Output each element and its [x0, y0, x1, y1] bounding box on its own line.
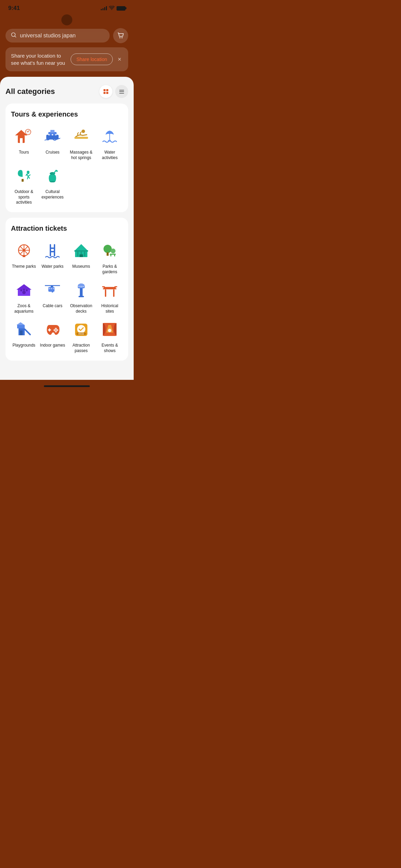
cable-cars-icon — [41, 279, 63, 301]
svg-point-48 — [20, 289, 22, 291]
massages-icon — [70, 125, 92, 147]
theme-parks-label: Theme parks — [12, 264, 36, 269]
svg-rect-66 — [103, 288, 117, 289]
svg-rect-28 — [23, 255, 25, 257]
list-view-button[interactable] — [115, 85, 128, 98]
zoos-icon — [13, 279, 35, 301]
historical-sites-icon — [99, 279, 121, 301]
svg-point-78 — [53, 329, 56, 331]
category-water-parks[interactable]: Water parks — [40, 239, 66, 275]
svg-rect-29 — [50, 244, 51, 256]
search-bar[interactable]: universal studios japan — [5, 29, 110, 43]
svg-rect-31 — [50, 248, 55, 249]
svg-rect-41 — [107, 252, 109, 256]
parks-gardens-label: Parks & gardens — [97, 264, 123, 275]
svg-rect-15 — [74, 137, 88, 139]
category-museums[interactable]: Museums — [68, 239, 94, 275]
attraction-section: Attraction tickets — [5, 218, 128, 361]
status-bar: 9:41 — [0, 0, 134, 14]
status-icons — [101, 5, 125, 11]
historical-sites-label: Historical sites — [97, 303, 123, 314]
svg-point-12 — [52, 134, 53, 135]
search-input-text: universal studios japan — [20, 33, 104, 39]
main-content: All categories Tours & experiences — [0, 77, 134, 380]
svg-point-18 — [27, 171, 29, 173]
category-zoos[interactable]: Zoos & aquariums — [11, 279, 37, 314]
category-indoor-games[interactable]: Indoor games — [40, 318, 66, 353]
massages-label: Massages & hot springs — [68, 150, 94, 160]
cart-button[interactable] — [113, 28, 128, 43]
theme-parks-icon — [13, 239, 35, 261]
parks-gardens-icon — [99, 239, 121, 261]
category-cultural[interactable]: Cultural experiences — [40, 165, 66, 205]
svg-marker-73 — [16, 322, 25, 325]
svg-rect-62 — [81, 286, 82, 287]
battery-icon — [117, 6, 125, 11]
svg-rect-72 — [20, 330, 23, 335]
svg-rect-6 — [20, 138, 23, 143]
svg-rect-69 — [102, 286, 105, 287]
category-parks-gardens[interactable]: Parks & gardens — [97, 239, 123, 275]
tours-label: Tours — [19, 150, 29, 155]
observation-decks-label: Observation decks — [68, 303, 94, 314]
view-toggle — [99, 85, 128, 98]
category-massages[interactable]: Massages & hot springs — [68, 125, 94, 160]
playgrounds-label: Playgrounds — [12, 343, 35, 348]
close-location-banner-button[interactable]: × — [116, 55, 123, 64]
svg-point-49 — [23, 289, 25, 291]
svg-rect-75 — [48, 329, 51, 330]
svg-rect-63 — [83, 286, 84, 287]
category-observation-decks[interactable]: Observation decks — [68, 279, 94, 314]
tours-section-title: Tours & experiences — [11, 110, 123, 118]
category-historical-sites[interactable]: Historical sites — [97, 279, 123, 314]
svg-rect-38 — [84, 252, 85, 256]
category-theme-parks[interactable]: Theme parks — [11, 239, 37, 275]
category-attraction-passes[interactable]: PASS Attraction passes — [68, 318, 94, 353]
svg-rect-34 — [74, 250, 88, 252]
svg-point-3 — [122, 37, 123, 38]
svg-rect-10 — [50, 130, 54, 133]
svg-rect-30 — [54, 244, 55, 256]
cruises-label: Cruises — [46, 150, 60, 155]
attraction-passes-label: Attraction passes — [68, 343, 94, 353]
category-playgrounds[interactable]: Playgrounds — [11, 318, 37, 353]
svg-point-14 — [82, 130, 85, 133]
outdoor-sports-label: Outdoor & sports activities — [11, 189, 37, 205]
svg-rect-32 — [50, 251, 55, 252]
svg-line-1 — [15, 36, 16, 37]
svg-rect-65 — [104, 287, 116, 288]
zoos-label: Zoos & aquariums — [11, 303, 37, 314]
svg-point-79 — [56, 329, 58, 331]
list-icon — [119, 90, 124, 94]
water-activities-icon — [99, 125, 121, 147]
category-outdoor-sports[interactable]: Outdoor & sports activities — [11, 165, 37, 205]
tours-section: Tours & experiences Tours — [5, 104, 128, 212]
category-cable-cars[interactable]: Cable cars — [40, 279, 66, 314]
category-events-shows[interactable]: Events & shows — [97, 318, 123, 353]
svg-point-85 — [108, 329, 111, 332]
water-parks-label: Water parks — [41, 264, 63, 269]
museums-icon — [70, 239, 92, 261]
indoor-games-icon — [41, 318, 63, 340]
svg-point-2 — [120, 37, 121, 38]
water-activities-label: Water activities — [97, 150, 123, 160]
svg-rect-42 — [110, 254, 116, 255]
cultural-icon — [41, 165, 63, 186]
home-indicator — [44, 385, 90, 387]
location-text: Share your location to see what's fun ne… — [11, 52, 67, 67]
share-location-button[interactable]: Share location — [71, 53, 113, 65]
svg-rect-61 — [78, 286, 80, 287]
outdoor-sports-icon — [13, 165, 35, 186]
category-cruises[interactable]: Cruises — [40, 125, 66, 160]
svg-rect-55 — [51, 288, 52, 289]
svg-text:PASS: PASS — [78, 333, 84, 335]
svg-point-20 — [50, 181, 55, 182]
svg-marker-71 — [17, 325, 25, 328]
category-water-activities[interactable]: Water activities — [97, 125, 123, 160]
header-area: universal studios japan Share your locat… — [0, 14, 134, 77]
indoor-games-label: Indoor games — [40, 343, 65, 348]
camera-notch — [61, 14, 72, 25]
grid-view-button[interactable] — [99, 85, 112, 98]
category-tours[interactable]: Tours — [11, 125, 37, 160]
cruises-icon — [41, 125, 63, 147]
